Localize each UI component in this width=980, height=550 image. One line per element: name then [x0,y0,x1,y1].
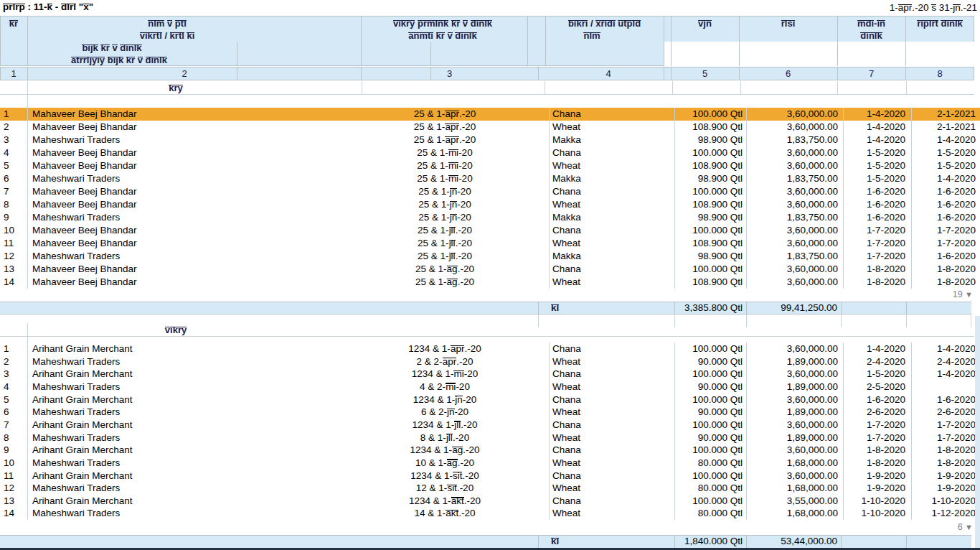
table-row[interactable]: 13Arihant Grain Merchant1234 & 1-akt.-20… [0,495,980,508]
cell-product: Wheat [552,355,660,368]
cell-report-date: 1-8-2020 [918,276,976,289]
cell-party-name: Arihant Grain Merchant [32,342,341,355]
cell-mandi-date: 1-4-2020 [847,134,905,146]
cell-report-date: 1-6-2020 [918,198,976,211]
table-row[interactable]: 1Mahaveer Beej Bhandar25 & 1-apr.-20Chan… [0,108,980,121]
section-label-vikray: vikry [27,324,324,336]
cell-weight: 90.000 Qtl [667,355,743,368]
table-row[interactable]: 5Mahaveer Beej Bhandar25 & 1-mi-20Wheat1… [0,159,980,172]
cell-report-date: 1-9-2020 [918,470,976,483]
cell-amount: 3,60,000.00 [750,108,838,121]
table-row[interactable]: 12Maheshwari Traders12 & 1-sit.-20Wheat8… [0,482,980,495]
table-row[interactable]: 7Arihant Grain Merchant1234 & 1-jll.-20C… [0,419,980,432]
cell-amount: 3,60,000.00 [750,419,838,432]
table-row[interactable]: 9Maheshwari Traders25 & 1-jn-20Makka98.9… [0,211,980,224]
cell-product: Chana [552,393,660,406]
cell-weight: 80.000 Qtl [667,507,743,520]
table-row[interactable]: 12Maheshwari Traders25 & 1-jll.-20Makka9… [0,250,980,263]
cell-party-name: Maheshwari Traders [32,482,341,495]
table-row[interactable]: 4Mahaveer Beej Bhandar25 & 1-mi-20Chana1… [0,146,980,159]
cell-amount: 3,60,000.00 [750,276,838,289]
col-header-name-line4: atrrljyiy bijk kr v dinlk [27,54,211,66]
table-row[interactable]: 10Maheshwari Traders10 & 1-ag.-20Wheat80… [0,457,980,470]
header-blank-cells [664,42,974,66]
table-row[interactable]: 4Maheshwari Traders4 & 2-mi-20Wheat90.00… [0,381,980,393]
cell-certificate: 1234 & 1-akt.-20 [352,495,538,508]
cell-party-name: Maheshwari Traders [32,457,341,470]
cell-party-name: Maheshwari Traders [32,172,341,185]
cell-serial: 11 [4,470,27,483]
dropdown-arrow-icon: ▼ [965,523,973,531]
cell-serial: 8 [4,432,27,444]
table-row[interactable]: 8Maheshwari Traders8 & 1-jll.-20Wheat90.… [0,432,980,444]
cell-certificate: 1234 & 1-jn-20 [352,393,538,406]
table-row[interactable]: 2Mahaveer Beej Bhandar25 & 1-apr.-20Whea… [0,121,980,134]
column-number-6: 6 [739,68,837,79]
table-row[interactable]: 8Mahaveer Beej Bhandar25 & 1-jn-20Wheat1… [0,198,980,211]
cell-mandi-date: 2-4-2020 [847,355,905,368]
column-grid-line [674,108,675,289]
cell-weight: 98.900 Qtl [667,250,743,263]
cell-report-date: 1-6-2020 [918,185,976,198]
cell-weight: 100.000 Qtl [667,419,743,432]
cell-party-name: Mahaveer Beej Bhandar [32,108,341,121]
cell-serial: 13 [4,263,27,276]
cell-product: Chana [552,108,660,121]
column-grid-line [746,108,747,289]
table-row[interactable]: 7Mahaveer Beej Bhandar25 & 1-jn-20Chana1… [0,185,980,198]
cell-certificate: 1234 & 1-sit.-20 [352,470,538,483]
cell-report-date: 1-7-2020 [918,432,976,444]
table-row[interactable]: 9Arihant Grain Merchant1234 & 1-ag.-20Ch… [0,444,980,457]
cell-product: Wheat [552,159,660,172]
cell-product: Chana [552,368,660,381]
cell-serial: 5 [4,393,27,406]
cell-mandi-date: 1-7-2020 [847,250,905,263]
report-period: 1-apr.-20 s 31-jn.-21 [890,2,977,13]
table-row[interactable]: 6Maheshwari Traders6 & 2-jn-20Wheat90.00… [0,406,980,419]
table-row[interactable]: 11Arihant Grain Merchant1234 & 1-sit.-20… [0,470,980,483]
table-row[interactable]: 3Arihant Grain Merchant1234 & 1-mi-20Cha… [0,368,980,381]
table-row[interactable]: 10Mahaveer Beej Bhandar25 & 1-jll.-20Cha… [0,224,980,237]
table-row[interactable]: 14Mahaveer Beej Bhandar25 & 1-ag.-20Whea… [0,276,980,289]
more-indicator-sale[interactable]: 6 ▼ [861,522,973,532]
table-row[interactable]: 1Arihant Grain Merchant1234 & 1-apr.-20C… [0,342,980,355]
table-row[interactable]: 3Maheshwari Traders25 & 1-apr.-20Makka98… [0,134,980,146]
cell-weight: 90.000 Qtl [667,406,743,419]
cell-party-name: Maheshwari Traders [32,406,341,419]
cell-product: Chana [552,146,660,159]
cell-amount: 1,83,750.00 [750,172,838,185]
table-row[interactable]: 6Maheshwari Traders25 & 1-mi-20Makka98.9… [0,172,980,185]
table-row[interactable]: 5Arihant Grain Merchant1234 & 1-jn-20Cha… [0,393,980,406]
table-row[interactable]: 2Maheshwari Traders2 & 2-apr.-20Wheat90.… [0,355,980,368]
table-row[interactable]: 11Mahaveer Beej Bhandar25 & 1-jll.-20Whe… [0,237,980,250]
cell-product: Makka [552,211,660,224]
cell-weight: 100.000 Qtl [667,263,743,276]
column-grid-line [674,342,675,520]
cell-weight: 100.000 Qtl [667,393,743,406]
cell-serial: 2 [4,121,27,134]
cell-party-name: Mahaveer Beej Bhandar [32,237,341,250]
cell-certificate: 25 & 1-mi-20 [352,146,538,159]
cell-report-date: 1-7-2020 [918,237,976,250]
cell-serial: 14 [4,507,27,520]
cell-mandi-date: 1-8-2020 [847,276,905,289]
cell-certificate: 1234 & 1-jll.-20 [352,419,538,432]
cell-certificate: 25 & 1-jn-20 [352,211,538,224]
more-indicator-purchase[interactable]: 19 ▼ [861,289,973,299]
cell-mandi-date: 1-5-2020 [847,159,905,172]
table-row[interactable]: 14Maheshwari Traders14 & 1-akt.-20Wheat8… [0,507,980,520]
cell-product: Chana [552,342,660,355]
cell-report-date: 1-8-2020 [918,457,976,470]
cell-party-name: Arihant Grain Merchant [32,495,341,508]
cell-amount: 3,55,000.00 [750,495,838,508]
table-row[interactable]: 13Mahaveer Beej Bhandar25 & 1-ag.-20Chan… [0,263,980,276]
cell-weight: 100.000 Qtl [667,368,743,381]
cell-serial: 10 [4,457,27,470]
cell-weight: 100.000 Qtl [667,108,743,121]
cell-amount: 3,60,000.00 [750,444,838,457]
column-grid-line [549,108,550,289]
cell-party-name: Mahaveer Beej Bhandar [32,185,341,198]
cell-serial: 9 [4,211,27,224]
cell-party-name: Arihant Grain Merchant [32,419,341,432]
column-number-7: 7 [837,68,905,79]
